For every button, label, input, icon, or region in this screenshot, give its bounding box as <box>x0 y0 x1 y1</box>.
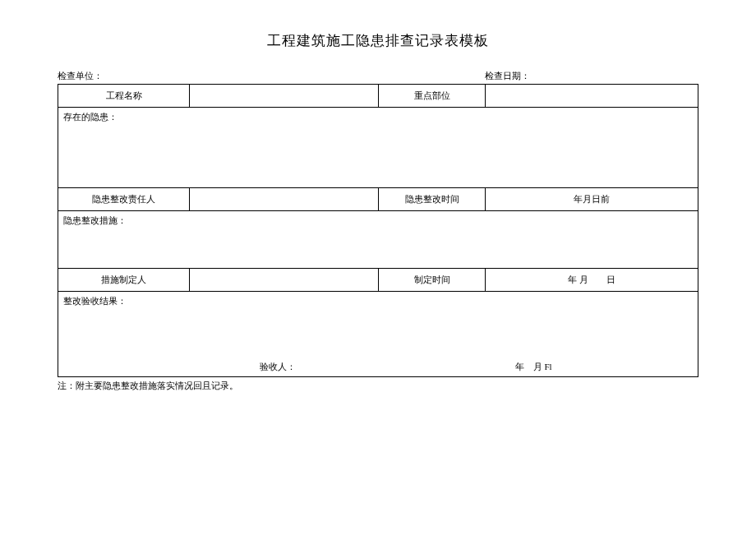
result-spacer <box>58 361 260 373</box>
make-time-value: 年 月 日 <box>486 269 698 292</box>
hazard-label: 存在的隐患： <box>63 112 118 122</box>
acceptor-label: 验收人： <box>260 361 515 373</box>
header-line: 检查单位： 检查日期： <box>58 70 698 82</box>
page-footer-note: 注：附主要隐患整改措施落实情况回且记录。 <box>58 380 698 392</box>
measures-section: 隐患整改措施： <box>58 211 698 269</box>
record-table: 工程名称 重点部位 存在的隐患： 隐患整改责任人 隐患整改时间 年月日前 隐患整… <box>58 84 698 377</box>
result-footer: 验收人： 年 月 Fl <box>58 361 698 373</box>
inspect-date-label: 检查日期： <box>485 70 698 82</box>
maker-label: 措施制定人 <box>58 269 190 292</box>
maker-value <box>190 269 379 292</box>
responsible-value <box>190 188 379 211</box>
row-project: 工程名称 重点部位 <box>58 85 698 108</box>
result-label: 整改验收结果： <box>63 295 127 307</box>
row-responsible: 隐患整改责任人 隐患整改时间 年月日前 <box>58 188 698 211</box>
result-section: 整改验收结果： 验收人： 年 月 Fl <box>58 292 698 377</box>
row-maker: 措施制定人 制定时间 年 月 日 <box>58 269 698 292</box>
project-name-label: 工程名称 <box>58 85 190 108</box>
hazard-section: 存在的隐患： <box>58 108 698 188</box>
responsible-label: 隐患整改责任人 <box>58 188 190 211</box>
inspect-unit-label: 检查单位： <box>58 70 485 82</box>
row-measures-body: 隐患整改措施： <box>58 211 698 269</box>
key-part-label: 重点部位 <box>379 85 486 108</box>
row-result-body: 整改验收结果： 验收人： 年 月 Fl <box>58 292 698 377</box>
key-part-value <box>486 85 698 108</box>
row-hazard-body: 存在的隐患： <box>58 108 698 188</box>
make-time-label: 制定时间 <box>379 269 486 292</box>
rectify-time-label: 隐患整改时间 <box>379 188 486 211</box>
rectify-time-value: 年月日前 <box>486 188 698 211</box>
page-title: 工程建筑施工隐患排查记录表模板 <box>58 31 698 50</box>
project-name-value <box>190 85 379 108</box>
result-date: 年 月 Fl <box>515 361 698 373</box>
measures-label: 隐患整改措施： <box>63 215 127 225</box>
